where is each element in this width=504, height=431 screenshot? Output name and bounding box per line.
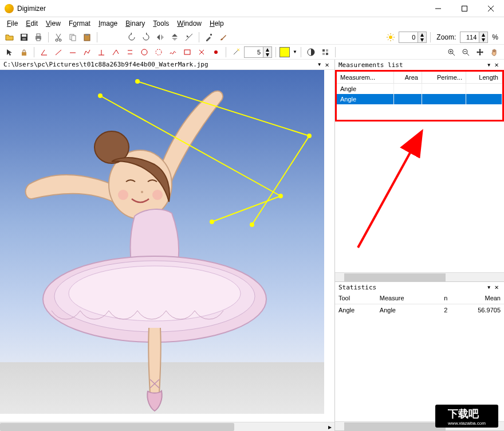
svg-rect-1: [462, 6, 467, 11]
angle2-tool-icon[interactable]: [109, 46, 122, 58]
open-icon[interactable]: [3, 31, 16, 44]
menu-format[interactable]: Format: [65, 18, 94, 29]
menu-window[interactable]: Window: [174, 18, 205, 29]
zoom-spin[interactable]: ▴▾: [460, 32, 488, 43]
col-tool[interactable]: Tool: [335, 292, 376, 304]
menu-edit[interactable]: Edit: [22, 18, 41, 29]
svg-line-27: [393, 34, 394, 36]
minimize-button[interactable]: [425, 0, 451, 17]
linewidth-input[interactable]: [245, 49, 263, 56]
rotate-left-icon[interactable]: [125, 31, 138, 44]
scroll-right-icon[interactable]: ▸: [325, 422, 334, 431]
flip-v-icon[interactable]: [168, 31, 181, 44]
angle-tool-icon[interactable]: [38, 46, 50, 58]
col-perimeter[interactable]: Perime...: [422, 72, 466, 84]
zoom-down-icon[interactable]: ▾: [479, 37, 487, 42]
save-icon[interactable]: [18, 31, 30, 44]
color-swatch[interactable]: [279, 47, 290, 57]
cut-icon[interactable]: [52, 31, 65, 44]
rotate-right-icon[interactable]: [140, 31, 152, 44]
canvas-hscroll[interactable]: ▸: [0, 422, 334, 431]
canvas-pane: C:\Users\pc\Pictures\t01c88a263b9f4e4b00…: [0, 60, 335, 431]
zoom-label: Zoom:: [436, 33, 456, 41]
freehand-tool-icon[interactable]: [167, 46, 179, 58]
filter-icon[interactable]: [319, 46, 332, 58]
cross-tool-icon[interactable]: [195, 46, 208, 58]
zoom-in-icon[interactable]: [445, 46, 458, 58]
copy-icon[interactable]: [66, 31, 79, 44]
close-button[interactable]: [478, 0, 504, 17]
col-area[interactable]: Area: [393, 72, 422, 84]
svg-point-12: [56, 39, 58, 41]
perp-tool-icon[interactable]: [95, 46, 108, 58]
brightness-spin[interactable]: ▴▾: [399, 32, 427, 43]
table-row[interactable]: Angle Angle 2 56.9705: [335, 304, 504, 316]
canvas-close-icon[interactable]: ✕: [323, 61, 331, 69]
svg-line-26: [388, 39, 389, 40]
brush-icon[interactable]: [217, 31, 230, 44]
statistics-table[interactable]: Tool Measure n Mean Angle Angle 2 56.970…: [335, 292, 504, 316]
print-icon[interactable]: [32, 31, 45, 44]
col-mean[interactable]: Mean: [451, 292, 504, 304]
statistics-header: Statistics ▼ ✕: [335, 282, 504, 292]
hand-icon[interactable]: [488, 46, 501, 58]
canvas-area[interactable]: [0, 70, 334, 422]
linewidth-spin[interactable]: ▴▾: [244, 46, 272, 58]
app-title: Digimizer: [17, 5, 425, 13]
point-tool-icon[interactable]: [210, 46, 222, 58]
svg-rect-18: [210, 34, 212, 36]
zoom-out-icon[interactable]: [459, 46, 472, 58]
canvas-menu-icon[interactable]: ▼: [318, 62, 321, 67]
paste-icon[interactable]: [81, 31, 93, 44]
measurements-body: [335, 122, 504, 272]
zoom-input[interactable]: [460, 34, 479, 41]
measurements-hscroll[interactable]: [335, 272, 504, 281]
contrast-icon[interactable]: [305, 46, 317, 58]
col-measurement[interactable]: Measurem...: [337, 72, 393, 84]
right-panes: Measurements list ▼ ✕ Measurem... Area P…: [335, 60, 504, 431]
workspace: C:\Users\pc\Pictures\t01c88a263b9f4e4b00…: [0, 60, 504, 431]
flip-d-icon[interactable]: [183, 31, 195, 44]
menu-image[interactable]: Image: [95, 18, 121, 29]
svg-point-39: [238, 49, 239, 50]
parallel-tool-icon[interactable]: [124, 46, 136, 58]
spin-down-icon[interactable]: ▾: [418, 37, 426, 42]
rect-tool-icon[interactable]: [181, 46, 194, 58]
menu-binary[interactable]: Binary: [122, 18, 148, 29]
menu-tools[interactable]: Tools: [149, 18, 172, 29]
svg-point-38: [214, 50, 218, 54]
eyedropper-icon[interactable]: [203, 31, 215, 44]
hline-tool-icon[interactable]: [66, 46, 79, 58]
col-n[interactable]: n: [432, 292, 451, 304]
menu-file[interactable]: File: [3, 18, 21, 29]
statistics-title: Statistics: [338, 284, 487, 291]
measurements-table[interactable]: Measurem... Area Perime... Length Angle …: [337, 72, 502, 104]
lock-icon[interactable]: [18, 46, 30, 58]
measurements-close-icon[interactable]: ✕: [493, 61, 501, 69]
col-length[interactable]: Length: [466, 72, 502, 84]
titlebar: Digimizer: [0, 0, 504, 17]
circle-pts-icon[interactable]: [152, 46, 165, 58]
statistics-close-icon[interactable]: ✕: [493, 283, 501, 291]
svg-rect-15: [72, 36, 76, 41]
brightness-icon[interactable]: [384, 31, 397, 44]
statistics-menu-icon[interactable]: ▼: [487, 285, 490, 290]
circle-tool-icon[interactable]: [138, 46, 151, 58]
pointer-icon[interactable]: [3, 46, 16, 58]
menu-view[interactable]: View: [42, 18, 64, 29]
measurements-menu-icon[interactable]: ▼: [487, 62, 490, 68]
flip-h-icon[interactable]: [154, 31, 167, 44]
table-row[interactable]: Angle: [337, 84, 502, 95]
pan-icon[interactable]: [474, 46, 486, 58]
table-row[interactable]: Angle: [337, 94, 502, 104]
lw-down-icon[interactable]: ▾: [263, 52, 271, 57]
line-tool-icon[interactable]: [52, 46, 65, 58]
brightness-input[interactable]: [399, 34, 418, 41]
color-dropdown-icon[interactable]: ▼: [293, 49, 297, 54]
menu-help[interactable]: Help: [206, 18, 227, 29]
zoom-pct: %: [492, 33, 498, 41]
maximize-button[interactable]: [451, 0, 478, 17]
wand-icon[interactable]: [230, 46, 242, 58]
polyline-tool-icon[interactable]: [81, 46, 93, 58]
col-measure[interactable]: Measure: [376, 292, 432, 304]
